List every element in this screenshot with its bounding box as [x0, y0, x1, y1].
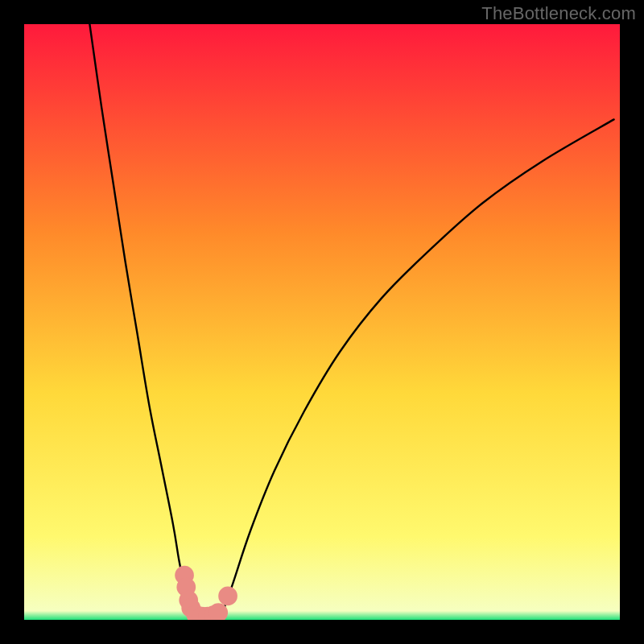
watermark-text: TheBottleneck.com — [481, 3, 636, 24]
chart-background — [24, 24, 620, 620]
chart-svg — [24, 24, 620, 620]
chart-plot-area — [24, 24, 620, 620]
data-marker — [218, 587, 237, 606]
chart-frame: TheBottleneck.com — [0, 0, 644, 644]
